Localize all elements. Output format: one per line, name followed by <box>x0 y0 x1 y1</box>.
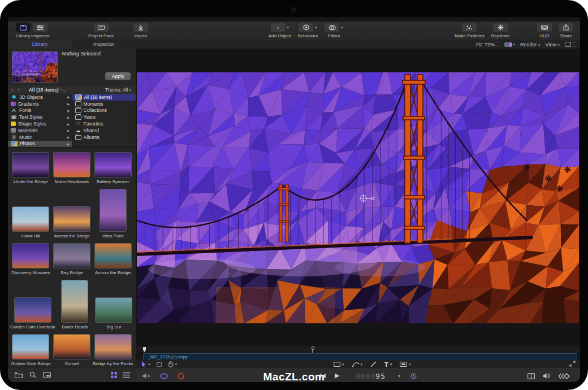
project-pane-icon <box>94 23 109 32</box>
album-row[interactable]: Moments <box>72 101 136 107</box>
tab-inspector[interactable]: Inspector <box>72 40 136 49</box>
category-row[interactable]: Materials ▶ <box>8 127 72 134</box>
mini-timeline-ruler[interactable] <box>136 346 580 354</box>
fit-zoom-control[interactable]: Fit: 72% ⌃⌄ <box>476 42 499 47</box>
project-artwork[interactable] <box>137 72 579 323</box>
album-row[interactable]: Years <box>72 114 136 120</box>
photo-item[interactable]: Bridge by the Rocks <box>92 335 133 366</box>
photo-thumbnail[interactable] <box>54 335 90 359</box>
photo-item[interactable]: Battery Spencer <box>92 153 133 184</box>
photo-thumbnail[interactable] <box>62 280 88 322</box>
photo-thumbnail[interactable] <box>12 335 49 359</box>
category-row[interactable]: 3D Objects ▶ <box>8 94 72 101</box>
filters-button[interactable]: ▾ Filters <box>325 23 343 38</box>
behaviors-button[interactable]: ▾ Behaviors <box>298 23 318 38</box>
photo-item[interactable]: Across the Bridge <box>92 244 133 275</box>
photo-thumbnail[interactable] <box>54 153 90 177</box>
photo-item[interactable]: Golden Gate Overlook <box>10 298 55 330</box>
photo-thumbnail[interactable] <box>95 153 131 177</box>
rectangle-tool[interactable]: ▾ <box>334 362 344 367</box>
replicate-label: Replicate <box>491 33 510 38</box>
photo-label: Vista Point <box>102 233 124 239</box>
photo-grid-row: Hawk Hill Across the Bridge Vista Point <box>10 189 133 239</box>
channels-control[interactable]: ▾ <box>504 42 516 47</box>
photo-label: Marin Headlands <box>55 179 89 184</box>
photo-item[interactable]: Marin Headlands <box>51 153 93 184</box>
hand-tool[interactable]: ▾ <box>168 361 178 367</box>
replicate-button[interactable]: Replicate <box>491 23 510 38</box>
view-menu[interactable]: View ▾ <box>546 42 560 47</box>
bezier-tool[interactable]: ▾ <box>352 361 363 367</box>
motion-app-window: Library Inspector Project Pane <box>8 17 580 382</box>
photo-thumbnail[interactable] <box>12 244 49 268</box>
photo-item[interactable]: Across the Bridge <box>51 207 93 239</box>
photo-thumbnail[interactable] <box>12 153 49 177</box>
hud-button[interactable]: HUD <box>537 23 552 38</box>
album-icon <box>75 135 81 140</box>
share-button[interactable]: Share <box>559 23 573 38</box>
photo-item[interactable]: Sunset <box>51 335 93 366</box>
layout-control[interactable]: ⌃⌄ <box>565 42 576 47</box>
photo-grid-row: Golden Gate Overlook Baker Beach Big Sur <box>10 280 133 330</box>
photo-item[interactable]: Vista Point <box>92 189 133 239</box>
album-row[interactable]: Favorites <box>72 120 136 127</box>
disclosure-triangle-icon: ▶ <box>67 142 70 146</box>
category-row[interactable]: Music ▶ <box>8 134 72 141</box>
playhead-icon[interactable] <box>143 347 146 352</box>
text-tool[interactable]: T▾ <box>384 361 392 368</box>
back-arrow-icon[interactable]: ‹ <box>11 86 18 93</box>
photo-item[interactable]: Baker Beach <box>55 280 94 330</box>
render-menu[interactable]: Render ▾ <box>520 42 541 47</box>
category-row[interactable]: Gradients ▶ <box>8 101 72 107</box>
photo-thumbnail[interactable] <box>15 298 51 322</box>
project-pane-button[interactable]: Project Pane <box>88 23 114 38</box>
select-tool[interactable]: ▾ <box>141 361 150 367</box>
album-row[interactable]: Shared <box>72 127 136 134</box>
photo-thumbnail[interactable] <box>12 207 49 231</box>
line-tool[interactable] <box>370 361 377 367</box>
photo-item[interactable]: Discovery Musuem <box>10 244 51 275</box>
album-row[interactable]: Collections <box>72 107 136 114</box>
mask-tool[interactable]: ▾ <box>400 362 411 367</box>
photo-label: Discovery Musuem <box>11 270 50 275</box>
category-row[interactable]: Photos ▶ <box>8 141 72 148</box>
category-row[interactable]: Shape Styles ▶ <box>8 120 72 127</box>
timeline-marker-icon[interactable] <box>311 346 314 353</box>
library-button[interactable]: Library <box>16 23 31 38</box>
photo-item[interactable]: Bay Bridge <box>51 244 93 275</box>
disclosure-triangle-icon: ▶ <box>67 128 70 132</box>
photo-item[interactable]: Hawk Hill <box>10 207 51 239</box>
apply-button[interactable]: Apply <box>105 72 131 80</box>
library-button-label: Library <box>16 33 30 38</box>
anchor-point-control[interactable] <box>359 194 376 205</box>
category-row[interactable]: Fonts ▶ <box>8 107 72 114</box>
panel-tabs: Library Inspector <box>8 40 136 49</box>
category-row[interactable]: Text Styles ▶ <box>8 114 72 120</box>
add-object-button[interactable]: ＋▾ Add Object <box>269 23 291 38</box>
make-particles-button[interactable]: Make Particles <box>455 23 484 38</box>
photo-label: Bay Bridge <box>60 270 83 275</box>
browser-title[interactable]: All (18 items) ⌃⌄ <box>29 87 66 93</box>
photo-thumbnail[interactable] <box>95 244 131 268</box>
album-label: Moments <box>84 101 103 107</box>
photo-thumbnail[interactable] <box>95 335 131 359</box>
theme-menu[interactable]: Theme: All ▾ <box>105 87 131 93</box>
photo-item[interactable]: Big Sur <box>94 298 133 330</box>
canvas-area[interactable] <box>136 49 580 346</box>
forward-arrow-icon[interactable]: › <box>18 86 24 93</box>
album-row[interactable]: Albums <box>72 134 136 141</box>
expand-timeline-icon[interactable] <box>569 361 576 368</box>
album-icon <box>75 94 82 100</box>
photo-item[interactable]: Under the Bridge <box>10 153 51 184</box>
import-button[interactable]: Import <box>133 23 148 38</box>
photo-thumbnail[interactable] <box>54 244 90 268</box>
transform-tool[interactable] <box>156 362 162 367</box>
photo-thumbnail[interactable] <box>54 207 90 231</box>
photo-thumbnail[interactable] <box>96 298 132 322</box>
inspector-button[interactable]: Inspector <box>31 23 50 38</box>
tab-library[interactable]: Library <box>8 40 72 49</box>
photo-item[interactable]: Golden Gate Bridge <box>10 335 51 366</box>
category-label: Text Styles <box>19 114 42 120</box>
photo-thumbnail[interactable] <box>100 189 126 231</box>
album-row[interactable]: All (18 items) <box>72 94 136 101</box>
